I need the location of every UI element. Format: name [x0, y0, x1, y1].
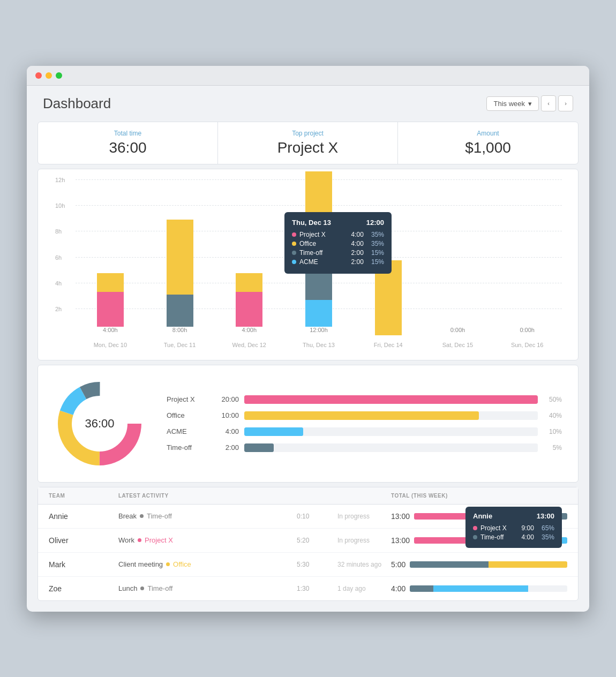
tooltip-row: Project X 9:00 65%	[473, 524, 554, 532]
stat-top-project: Top project Project X	[218, 122, 398, 164]
tooltip-date: Thu, Dec 13	[292, 219, 331, 227]
grid-label: 12h	[55, 177, 65, 183]
stat-amount-value: $1,000	[409, 139, 567, 156]
bar-segment	[236, 292, 262, 327]
tooltip-row: Project X 4:00 35%	[292, 231, 384, 238]
activity-cell: Work Project X	[118, 536, 295, 544]
activity-status: In progress	[337, 537, 391, 544]
tooltip-dot	[473, 535, 477, 539]
tooltip-time: 4:00	[522, 533, 534, 541]
bar-stack: 0:00h	[514, 327, 540, 335]
table-row: Annie Break Time-off 0:10 In progress 13…	[38, 505, 578, 529]
team-member-name: Oliver	[49, 536, 118, 545]
expand-dot[interactable]	[56, 72, 62, 79]
grid-label: 4h	[55, 280, 62, 287]
activity-cell: Client meeting Office	[118, 560, 295, 568]
tooltip-pct: 35%	[371, 240, 384, 247]
team-total: 13:00	[391, 512, 410, 521]
tooltip-dot	[292, 242, 296, 246]
activity-time: 5:30	[297, 561, 337, 568]
bar-segment	[97, 292, 124, 327]
tooltip-time: 4:00	[351, 231, 364, 238]
header-empty2	[337, 493, 391, 499]
team-total: 4:00	[391, 584, 405, 593]
team-tooltip: Annie 13:00 Project X 9:00 65% Time-off …	[465, 507, 562, 548]
activity-dot	[140, 514, 144, 518]
project-bar-fill	[244, 411, 479, 420]
week-label: This week	[493, 100, 525, 108]
tooltip-pct: 35%	[542, 533, 554, 541]
grid-label: 10h	[55, 202, 65, 209]
total-cell: 5:00	[391, 560, 567, 569]
tooltip-dot	[473, 526, 477, 530]
tooltip-name: Office	[299, 240, 346, 247]
grid-label: 2h	[55, 306, 62, 312]
project-pct: 5%	[543, 444, 562, 452]
activity-dot	[166, 562, 170, 566]
bar-stack: 8:00h	[167, 220, 193, 335]
titlebar	[27, 66, 589, 86]
team-bar-track	[410, 585, 567, 592]
grid-label: 8h	[55, 228, 62, 235]
next-week-button[interactable]: ›	[558, 95, 573, 111]
prev-week-button[interactable]: ‹	[541, 95, 556, 111]
team-total: 5:00	[391, 560, 405, 569]
bar-top-label: 4:00h	[103, 327, 118, 333]
project-row: Office 10:00 40%	[167, 411, 562, 420]
activity-time: 5:20	[297, 537, 337, 544]
bar-stack: 0:00h	[444, 327, 471, 335]
stat-amount: Amount $1,000	[398, 122, 578, 164]
tooltip-total: 13:00	[537, 512, 554, 520]
table-row: Mark Client meeting Office 5:30 32 minut…	[38, 553, 578, 577]
team-member-name: Zoe	[49, 584, 118, 593]
tooltip-total: 12:00	[366, 219, 384, 227]
bar-chart: 12h10h8h6h4h2h 4:00hMon, Dec 108:00hTue,…	[54, 180, 562, 351]
project-time: 20:00	[215, 395, 239, 403]
day-label: Sat, Dec 15	[442, 342, 473, 348]
team-bar-segment	[410, 585, 433, 592]
team-bar-segment	[489, 561, 567, 568]
chart-section: 12h10h8h6h4h2h 4:00hMon, Dec 108:00hTue,…	[37, 169, 579, 360]
project-pct: 50%	[543, 396, 562, 403]
bar-stack: 4:00h	[97, 273, 124, 335]
project-time: 10:00	[215, 411, 239, 419]
week-navigation: This week ▾ ‹ ›	[486, 95, 573, 111]
day-group: 8:00hTue, Dec 11	[145, 220, 215, 335]
table-row: Zoe Lunch Time-off 1:30 1 day ago 4:00	[38, 577, 578, 600]
bar-top-label: 8:00h	[172, 327, 187, 333]
main-content: Total time 36:00 Top project Project X A…	[27, 122, 589, 612]
bar-segment	[236, 273, 262, 292]
day-label: Tue, Dec 11	[164, 342, 196, 348]
this-week-button[interactable]: This week ▾	[486, 96, 539, 111]
minimize-dot[interactable]	[46, 72, 52, 79]
tooltip-row: Time-off 4:00 35%	[473, 533, 554, 541]
project-pct: 10%	[543, 428, 562, 435]
tooltip-dot	[292, 251, 296, 255]
tooltip-time: 2:00	[351, 258, 364, 266]
project-bar-track	[244, 411, 538, 420]
day-label: Sun, Dec 16	[511, 342, 544, 348]
header-team: TEAM	[49, 493, 118, 499]
day-label: Thu, Dec 13	[303, 342, 335, 348]
team-bar-segment	[433, 585, 528, 592]
activity-status: 32 minutes ago	[337, 561, 391, 568]
stat-top-project-label: Top project	[229, 130, 387, 137]
tooltip-time: 2:00	[351, 249, 364, 257]
project-row: Time-off 2:00 5%	[167, 443, 562, 452]
total-cell: 13:00 Annie 13:00 Project X 9:00 65% Tim…	[391, 512, 567, 521]
stats-bar: Total time 36:00 Top project Project X A…	[37, 122, 579, 164]
close-dot[interactable]	[35, 72, 42, 79]
tooltip-row: Office 4:00 35%	[292, 240, 384, 247]
bar-top-label: 0:00h	[450, 327, 465, 333]
project-time: 2:00	[215, 443, 239, 452]
bar-top-label: 4:00h	[242, 327, 257, 333]
tooltip-name: ACME	[299, 258, 346, 266]
activity-dot	[140, 586, 144, 590]
team-table-header: TEAM LATEST ACTIVITY TOTAL (THIS WEEK)	[38, 487, 578, 505]
day-label: Mon, Dec 10	[94, 342, 127, 348]
tooltip-time: 4:00	[351, 240, 364, 247]
team-bar-segment	[410, 561, 489, 568]
project-name: Time-off	[167, 443, 209, 452]
project-row: ACME 4:00 10%	[167, 427, 562, 436]
bar-segment	[305, 300, 332, 327]
